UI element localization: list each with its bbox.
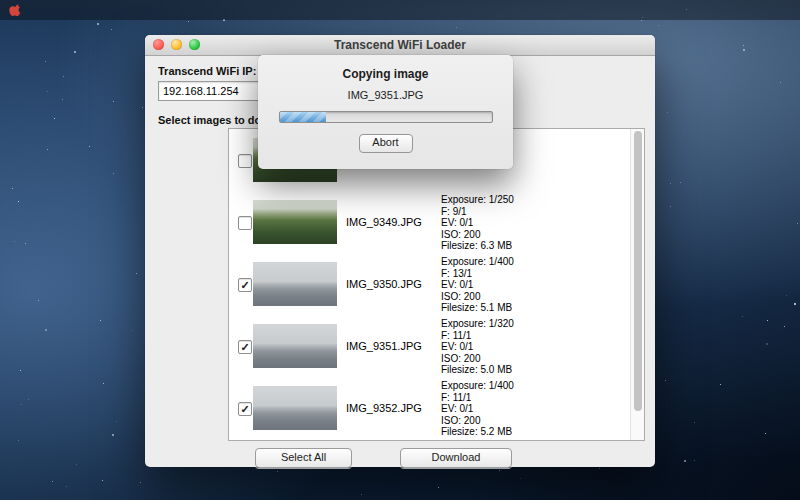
progress-bar <box>279 111 493 123</box>
menu-bar <box>0 0 800 20</box>
title-bar[interactable]: Transcend WiFi Loader <box>145 35 655 56</box>
copy-progress-dialog: Copying image IMG_9351.JPG Abort <box>258 55 513 169</box>
dialog-filename: IMG_9351.JPG <box>258 89 513 101</box>
image-checkbox[interactable] <box>238 216 252 230</box>
image-filename: IMG_9352.JPG <box>346 402 422 414</box>
apple-logo-icon <box>9 3 22 17</box>
image-filename: IMG_9351.JPG <box>346 340 422 352</box>
image-thumbnail <box>253 324 337 368</box>
dialog-title: Copying image <box>258 67 513 81</box>
image-checkbox[interactable] <box>238 154 252 168</box>
window-title: Transcend WiFi Loader <box>145 38 655 52</box>
image-checkbox[interactable]: ✓ <box>238 340 252 354</box>
image-details: Exposure: 1/250F: 9/1EV: 0/1ISO: 200File… <box>441 194 514 252</box>
image-list: IMG_9348.JPG IMG_9349.JPG Exposure: 1/25… <box>228 128 645 441</box>
list-item[interactable]: ✓ IMG_9351.JPG Exposure: 1/320F: 11/1EV:… <box>229 315 644 377</box>
ip-label: Transcend WiFi IP: <box>158 65 256 77</box>
desktop: Transcend WiFi Loader Transcend WiFi IP:… <box>0 0 800 500</box>
select-all-button[interactable]: Select All <box>255 448 352 468</box>
list-item[interactable]: ✓ IMG_9350.JPG Exposure: 1/400F: 13/1EV:… <box>229 253 644 315</box>
image-thumbnail <box>253 386 337 430</box>
apple-menu-icon[interactable] <box>9 3 22 17</box>
list-item[interactable]: ✓ IMG_9352.JPG Exposure: 1/400F: 11/1EV:… <box>229 377 644 439</box>
image-thumbnail <box>253 262 337 306</box>
scrollbar-track[interactable] <box>630 129 644 440</box>
image-filename: IMG_9350.JPG <box>346 278 422 290</box>
image-checkbox[interactable]: ✓ <box>238 278 252 292</box>
image-details: Exposure: 1/400F: 13/1EV: 0/1ISO: 200Fil… <box>441 256 514 314</box>
image-checkbox[interactable]: ✓ <box>238 402 252 416</box>
progress-fill <box>280 112 327 122</box>
abort-button[interactable]: Abort <box>359 134 413 153</box>
image-details: Exposure: 1/400F: 11/1EV: 0/1ISO: 200Fil… <box>441 380 514 438</box>
scrollbar-thumb[interactable] <box>634 131 642 411</box>
list-item[interactable]: IMG_9349.JPG Exposure: 1/250F: 9/1EV: 0/… <box>229 191 644 253</box>
download-button[interactable]: Download <box>400 448 512 468</box>
image-filename: IMG_9349.JPG <box>346 216 422 228</box>
image-thumbnail <box>253 200 337 244</box>
image-list-rows: IMG_9348.JPG IMG_9349.JPG Exposure: 1/25… <box>229 129 644 440</box>
image-details: Exposure: 1/320F: 11/1EV: 0/1ISO: 200Fil… <box>441 318 514 376</box>
